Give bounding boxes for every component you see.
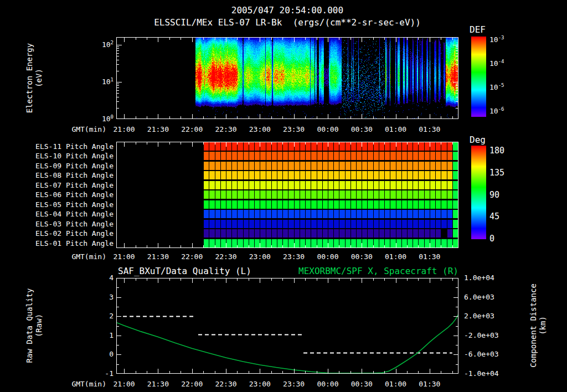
x-tick-label: 23:00 (244, 380, 275, 388)
distance-tick-label: 1.0e+04 (464, 274, 494, 282)
x-tick-label: 21:30 (142, 125, 173, 133)
deg-colorbar-tick-label: 135 (489, 168, 504, 178)
energy-axis-label: Electron Energy (eV) (25, 28, 44, 128)
x-tick-label: 21:00 (109, 252, 140, 261)
quality-tick-label: 4 (81, 274, 114, 282)
plot-page: 2005/047 20:54:00.000 ELSSCIL/MEx ELS-07… (0, 0, 567, 392)
pitch-row-label: ELS-09 Pitch Angle (22, 161, 114, 171)
quality-tick-label: -1 (81, 369, 114, 378)
x-tick-label: 21:30 (142, 380, 173, 388)
component-distance-axis-label-line1: Component Distance (529, 270, 538, 381)
def-colorbar-tick-label: 10-3 (489, 35, 504, 44)
x-tick-label: 22:00 (177, 125, 208, 133)
x-tick-label: 23:00 (244, 125, 275, 133)
x-tick-label: 23:30 (279, 125, 310, 133)
pitch-row-label: ELS-05 Pitch Angle (22, 200, 114, 209)
def-colorbar-tick-label: 10-5 (489, 82, 504, 91)
raw-quality-axis-label-line1: Raw Data Quality (25, 276, 34, 375)
deg-colorbar-title: Deg (470, 135, 486, 145)
pitch-angle-canvas (116, 142, 458, 248)
energy-tick-label: 100 (81, 114, 114, 123)
deg-colorbar-tick-label: 90 (489, 190, 499, 200)
deg-colorbar-tick-label: 0 (489, 234, 494, 244)
energy-tick-label: 101 (81, 77, 114, 86)
distance-tick-label: -2.0e+03 (464, 331, 499, 339)
def-colorbar-tick-label: 10-4 (489, 59, 504, 68)
x-tick-label: 23:00 (244, 252, 275, 261)
x-tick-label: 01:00 (380, 380, 411, 388)
pitch-row-label: ELS-07 Pitch Angle (22, 180, 114, 190)
x-tick-label: 22:30 (210, 380, 241, 388)
pitch-row-label: ELS-03 Pitch Angle (22, 219, 114, 229)
pitch-row-label: ELS-11 Pitch Angle (22, 142, 114, 151)
component-distance-axis-label-line2: (km) (538, 270, 548, 381)
quality-tick-label: 0 (81, 350, 114, 358)
pitch-row-label: ELS-01 Pitch Angle (22, 239, 114, 248)
x-tick-label: 01:30 (414, 380, 445, 388)
component-distance-axis-label: Component Distance (km) (529, 270, 548, 381)
energy-tick-label: 102 (81, 40, 114, 49)
x-tick-label: 01:30 (414, 252, 445, 261)
x-tick-label: 01:00 (380, 125, 411, 133)
x-tick-label: 22:00 (177, 380, 208, 388)
deg-colorbar-tick-label: 180 (489, 146, 504, 156)
x-tick-label: 22:00 (177, 252, 208, 261)
gmt-axis-label-top: GMT(min) (51, 125, 106, 133)
quality-tick-label: 1 (81, 331, 114, 339)
x-tick-label: 00:00 (312, 125, 343, 133)
timestamp-title: 2005/047 20:54:00.000 (116, 5, 458, 16)
plot-title: ELSSCIL/MEx ELS-07 LR-Bk (ergs/(cm**2-sr… (116, 17, 458, 28)
quality-tick-label: 2 (81, 312, 114, 320)
electron-spectrogram-canvas (116, 37, 458, 119)
def-colorbar-tick-label: 10-6 (489, 106, 504, 115)
deg-colorbar-canvas (471, 146, 486, 239)
gmt-axis-label-bottom: GMT(min) (51, 380, 106, 388)
x-tick-label: 23:30 (279, 252, 310, 261)
x-tick-label: 00:30 (346, 252, 377, 261)
x-tick-label: 01:30 (414, 125, 445, 133)
gmt-axis-label-middle: GMT(min) (51, 252, 106, 261)
def-colorbar-canvas (471, 37, 486, 117)
pitch-row-label: ELS-10 Pitch Angle (22, 151, 114, 161)
energy-axis-label-line2: (eV) (34, 28, 44, 128)
raw-quality-axis-label-line2: (Raw) (34, 276, 44, 375)
x-tick-label: 22:30 (210, 252, 241, 261)
quality-tick-label: 3 (81, 293, 114, 301)
distance-tick-label: 6.0e+03 (464, 293, 494, 301)
def-colorbar-title: DEF (470, 24, 486, 35)
distance-tick-label: -1.0e+04 (464, 369, 499, 378)
pitch-row-label: ELS-06 Pitch Angle (22, 190, 114, 199)
quality-distance-canvas (116, 278, 458, 374)
x-tick-label: 21:00 (109, 125, 140, 133)
x-tick-label: 00:00 (312, 252, 343, 261)
x-tick-label: 01:00 (380, 252, 411, 261)
distance-tick-label: -6.0e+03 (464, 350, 499, 358)
x-tick-label: 22:30 (210, 125, 241, 133)
deg-colorbar-tick-label: 45 (489, 212, 499, 221)
x-tick-label: 00:30 (346, 125, 377, 133)
x-tick-label: 21:00 (109, 380, 140, 388)
distance-tick-label: 2.0e+03 (464, 312, 494, 320)
pitch-row-label: ELS-08 Pitch Angle (22, 171, 114, 180)
x-tick-label: 21:30 (142, 252, 173, 261)
energy-axis-label-line1: Electron Energy (25, 28, 34, 128)
x-tick-label: 23:30 (279, 380, 310, 388)
x-tick-label: 00:30 (346, 380, 377, 388)
x-tick-label: 00:00 (312, 380, 343, 388)
pitch-row-label: ELS-02 Pitch Angle (22, 229, 114, 238)
pitch-row-label: ELS-04 Pitch Angle (22, 209, 114, 219)
raw-quality-axis-label: Raw Data Quality (Raw) (25, 276, 44, 375)
distance-series-title: MEXORBMC/SPF X, Spacecraft (R) (116, 266, 458, 276)
